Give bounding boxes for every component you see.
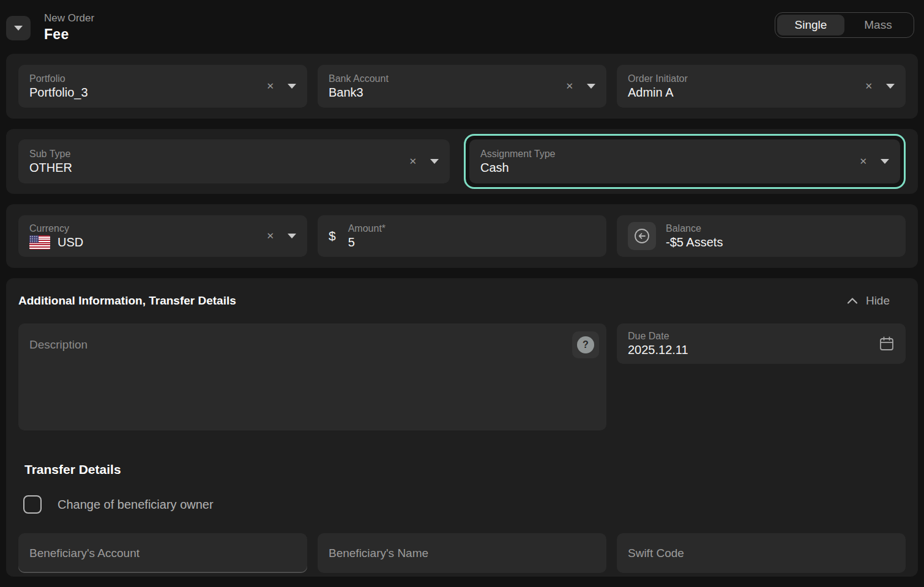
clear-icon[interactable]: ✕	[409, 156, 417, 167]
us-flag-icon	[29, 235, 50, 249]
chevron-down-icon[interactable]	[288, 84, 296, 89]
hide-section-button[interactable]: Hide	[846, 294, 906, 308]
amount-value: 5	[348, 235, 595, 249]
page-subtitle: New Order	[44, 12, 94, 24]
currency-label: Currency	[29, 223, 261, 234]
chevron-down-icon[interactable]	[587, 84, 595, 89]
row-subtype-assignment: Sub Type OTHER ✕ Assignment Type Cash ✕	[6, 129, 918, 194]
chevron-up-icon	[846, 297, 859, 305]
change-beneficiary-owner-checkbox[interactable]	[23, 495, 42, 514]
amount-label: Amount*	[348, 223, 595, 234]
sub-type-value: OTHER	[29, 161, 404, 175]
clear-icon[interactable]: ✕	[859, 156, 867, 167]
due-date-picker[interactable]: Due Date 2025.12.11	[617, 323, 906, 364]
bank-account-select[interactable]: Bank Account Bank3 ✕	[318, 65, 606, 108]
change-beneficiary-owner-option[interactable]: Change of beneficiary owner	[23, 495, 906, 514]
chevron-down-icon[interactable]	[430, 159, 439, 164]
assignment-type-label: Assignment Type	[480, 149, 854, 160]
toggle-option-mass[interactable]: Mass	[844, 15, 912, 35]
order-initiator-select[interactable]: Order Initiator Admin A ✕	[617, 65, 906, 108]
due-date-value: 2025.12.11	[628, 343, 879, 357]
page-title: Fee	[44, 26, 94, 43]
row-currency-amount-balance: Currency USD ✕ $ Amount* 5 Balance -$5 A…	[6, 204, 918, 268]
balance-label: Balance	[666, 223, 895, 234]
beneficiary-account-input[interactable]	[18, 533, 307, 573]
chevron-down-icon[interactable]	[886, 84, 895, 89]
dollar-sign-icon: $	[329, 229, 336, 243]
portfolio-label: Portfolio	[29, 73, 261, 84]
portfolio-value: Portfolio_3	[29, 86, 261, 100]
section-title: Additional Information, Transfer Details	[18, 294, 236, 308]
chevron-down-icon	[14, 26, 23, 31]
order-type-dropdown-button[interactable]	[6, 16, 31, 40]
description-help-button[interactable]: ?	[572, 331, 599, 358]
row-portfolio-bank-initiator: Portfolio Portfolio_3 ✕ Bank Account Ban…	[6, 54, 918, 119]
transfer-details-title: Transfer Details	[24, 462, 906, 477]
order-initiator-value: Admin A	[628, 86, 860, 100]
order-initiator-label: Order Initiator	[628, 73, 860, 84]
calendar-icon[interactable]	[879, 336, 895, 352]
swift-code-input[interactable]	[617, 533, 906, 573]
amount-input-field[interactable]: $ Amount* 5	[318, 215, 606, 257]
bank-account-value: Bank3	[329, 86, 561, 100]
currency-select[interactable]: Currency USD ✕	[18, 215, 307, 257]
question-mark-icon: ?	[577, 336, 594, 353]
hide-label: Hide	[866, 294, 890, 308]
additional-information-section: Additional Information, Transfer Details…	[6, 278, 918, 577]
page-header: New Order Fee Single Mass	[0, 0, 924, 54]
clear-icon[interactable]: ✕	[865, 81, 873, 92]
portfolio-select[interactable]: Portfolio Portfolio_3 ✕	[18, 65, 307, 108]
assignment-type-highlight: Assignment Type Cash ✕	[464, 134, 906, 189]
change-beneficiary-owner-label: Change of beneficiary owner	[58, 498, 214, 512]
bank-account-label: Bank Account	[329, 73, 561, 84]
balance-value: -$5 Assets	[666, 235, 895, 249]
balance-display: Balance -$5 Assets	[617, 215, 906, 257]
chevron-down-icon[interactable]	[881, 159, 889, 164]
chevron-down-icon[interactable]	[288, 234, 296, 238]
assignment-type-select[interactable]: Assignment Type Cash ✕	[469, 139, 900, 183]
due-date-label: Due Date	[628, 331, 879, 342]
sub-type-select[interactable]: Sub Type OTHER ✕	[18, 139, 450, 183]
clear-icon[interactable]: ✕	[565, 81, 573, 92]
currency-value: USD	[58, 235, 83, 249]
assignment-type-value: Cash	[480, 161, 854, 175]
clear-icon[interactable]: ✕	[266, 81, 274, 92]
toggle-option-single[interactable]: Single	[777, 15, 844, 35]
sub-type-label: Sub Type	[29, 149, 404, 160]
order-mode-toggle: Single Mass	[775, 12, 914, 38]
circle-arrow-left-icon	[633, 227, 651, 245]
beneficiary-name-input[interactable]	[318, 533, 606, 573]
copy-balance-button[interactable]	[628, 222, 656, 250]
clear-icon[interactable]: ✕	[266, 231, 274, 242]
description-textarea[interactable]	[18, 323, 606, 430]
